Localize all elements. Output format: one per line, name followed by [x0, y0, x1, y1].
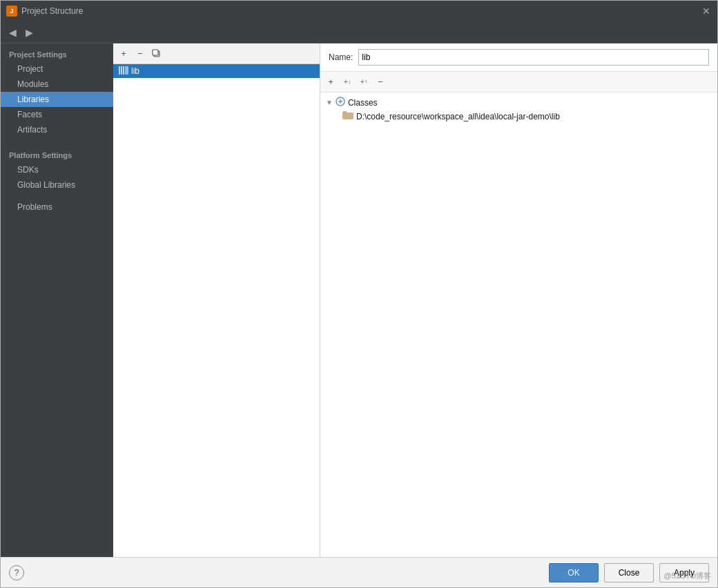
- folder-icon: [342, 111, 353, 121]
- nav-toolbar: ◀ ▶: [1, 21, 717, 43]
- right-panel: Name: + +↓ +↑ − ▼: [320, 43, 717, 557]
- svg-rect-1: [153, 50, 158, 55]
- svg-rect-2: [119, 66, 120, 75]
- name-label: Name:: [329, 52, 353, 62]
- close-window-button[interactable]: ✕: [701, 6, 712, 17]
- svg-rect-3: [121, 66, 122, 75]
- remove-library-button[interactable]: −: [133, 46, 148, 61]
- library-list: lib: [113, 64, 320, 557]
- path-node[interactable]: D:\code_resource\workspace_all\idea\loca…: [320, 110, 717, 123]
- name-input[interactable]: [358, 49, 709, 66]
- sidebar-item-project[interactable]: Project: [1, 61, 113, 77]
- chevron-down-icon[interactable]: ▼: [326, 99, 333, 106]
- sidebar-item-global-libraries[interactable]: Global Libraries: [1, 177, 113, 193]
- sidebar-item-sdks[interactable]: SDKs: [1, 162, 113, 177]
- app-icon: J: [6, 6, 17, 17]
- project-settings-label: Project Settings: [1, 43, 113, 61]
- library-icon: [119, 66, 128, 76]
- copy-library-button[interactable]: [149, 46, 164, 61]
- left-panel-toolbar: + −: [113, 43, 320, 64]
- platform-settings-label: Platform Settings: [1, 144, 113, 162]
- add-classes-button[interactable]: +↓: [340, 75, 355, 90]
- svg-rect-4: [123, 66, 124, 75]
- help-button[interactable]: ?: [9, 565, 24, 580]
- bottom-left: ?: [9, 565, 24, 580]
- main-area: + −: [113, 43, 717, 557]
- content-area: Project Settings Project Modules Librari…: [1, 43, 717, 557]
- title-bar: J Project Structure ✕: [1, 1, 717, 21]
- svg-rect-5: [125, 66, 128, 75]
- sidebar-item-libraries[interactable]: Libraries: [1, 92, 113, 107]
- sidebar-item-modules[interactable]: Modules: [1, 77, 113, 92]
- add-library-button[interactable]: +: [116, 46, 131, 61]
- back-button[interactable]: ◀: [5, 25, 20, 40]
- path-label: D:\code_resource\workspace_all\idea\loca…: [356, 112, 560, 121]
- classes-node[interactable]: ▼ Classes: [320, 95, 717, 110]
- sidebar-item-problems[interactable]: Problems: [1, 199, 113, 215]
- sidebar-item-artifacts[interactable]: Artifacts: [1, 122, 113, 137]
- library-item-lib[interactable]: lib: [113, 64, 320, 78]
- library-name: lib: [131, 66, 139, 76]
- bottom-bar: ? OK Close Apply: [1, 557, 717, 587]
- window-title: Project Structure: [21, 6, 83, 16]
- classes-label: Classes: [348, 98, 378, 108]
- watermark: @51CTO博客: [664, 571, 711, 581]
- right-panel-toolbar: + +↓ +↑ −: [320, 72, 717, 92]
- tree-area: ▼ Classes: [320, 92, 717, 557]
- forward-button[interactable]: ▶: [21, 25, 37, 40]
- sidebar-item-facets[interactable]: Facets: [1, 107, 113, 122]
- add-item-button[interactable]: +: [323, 75, 338, 90]
- sidebar: Project Settings Project Modules Librari…: [1, 43, 113, 557]
- add-sources-button[interactable]: +↑: [356, 75, 371, 90]
- title-bar-left: J Project Structure: [6, 6, 83, 17]
- remove-item-button[interactable]: −: [373, 75, 388, 90]
- ok-button[interactable]: OK: [549, 563, 599, 582]
- close-button[interactable]: Close: [604, 563, 654, 582]
- project-structure-dialog: J Project Structure ✕ ◀ ▶ Project Settin…: [0, 0, 718, 588]
- classes-icon: [336, 97, 345, 108]
- left-panel: + −: [113, 43, 320, 557]
- name-row: Name:: [320, 43, 717, 72]
